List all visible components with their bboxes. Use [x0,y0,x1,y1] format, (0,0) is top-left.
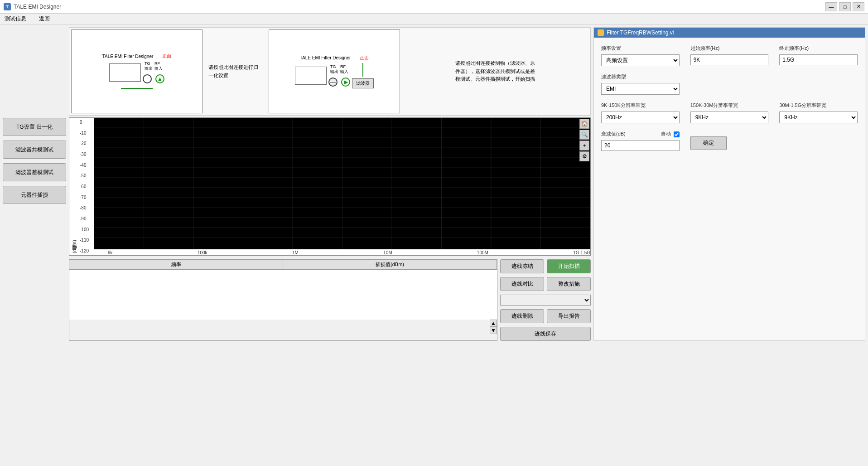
diagram1-title1: TALE EMI Filter Designer [102,54,154,59]
add-tool-btn[interactable]: + [579,141,589,150]
right-panel: Filter TGFreqRBWSetting.vi 频率设置 高频设置低频设置… [593,27,865,341]
diagram1-content: TG输出 RF输入 ▲ [109,61,164,83]
rbw2-select[interactable]: 1KHz9KHz120KHz [690,112,769,123]
tg-out-label2: TG输出 [330,64,338,75]
y-axis-label: 幅值(dBm) [69,118,80,255]
delete-btn[interactable]: 迹线删除 [500,309,544,323]
instruction-area: TALE EMI Filter Designer 正面 TG输出 RF输入 [69,27,591,116]
settings-row-3: 9K-150K分辨率带宽 200Hz1KHz9KHz 150K-30M分辨率带宽… [601,102,858,123]
trace-dropdown[interactable] [500,295,591,306]
empty-cell-2 [779,73,858,95]
end-freq-label: 终止频率(Hz) [779,45,858,52]
y-axis-ticks: 0 -10 -20 -30 -40 -50 -60 -70 -80 -90 -1… [80,118,94,255]
col-frequency: 频率 [69,260,283,269]
diagram2-content: TG输出 RF输入 — ▶ [295,63,374,88]
right-panel-icon [598,29,604,36]
window-controls: — □ ✕ [825,2,864,11]
zoom-tool-btn[interactable]: 🔍 [579,130,589,140]
filter-box: 滤波器 [352,78,374,88]
rbw1-select[interactable]: 200Hz1KHz9KHz [601,112,680,123]
diff-mode-button[interactable]: 滤波器差模测试 [3,163,66,181]
attenuation-group: 衰减值(dB) 自动 [601,131,680,151]
minimize-button[interactable]: — [825,2,837,11]
end-freq-group: 终止频率(Hz) [779,45,858,66]
circle-rf1: ▲ [155,74,164,83]
remediate-btn[interactable]: 整改措施 [547,277,591,291]
center-panel: TALE EMI Filter Designer 正面 TG输出 RF输入 [69,27,591,341]
app-icon: T [4,3,11,10]
chart-area: 幅值(dBm) 0 -10 -20 -30 -40 -50 -60 -70 -8… [69,117,591,256]
maximize-button[interactable]: □ [839,2,851,11]
settings-row-1: 频率设置 高频设置低频设置 起始频率(Hz) 终止频率(Hz) [601,45,858,66]
rbw1-label: 9K-150K分辨率带宽 [601,102,680,109]
diagram1-title2: 正面 [162,53,171,59]
rbw1-group: 9K-150K分辨率带宽 200Hz1KHz9KHz [601,102,680,123]
data-table-area: 频率 插损值(dBm) ▲ ▼ 迹线冻结 开始扫描 [69,259,591,341]
main-area: TG设置 归一化 滤波器共模测试 滤波器差模测试 元器件插损 TALE EMI … [0,24,868,344]
chart-toolbar: 🏠 🔍 + ⚙ [579,118,590,162]
confirm-group: 确定 [690,136,769,151]
start-scan-btn[interactable]: 开始扫描 [547,259,591,273]
diagram2-title2: 正面 [360,55,369,61]
start-freq-group: 起始频率(Hz) [690,45,769,66]
right-panel-content: 频率设置 高频设置低频设置 起始频率(Hz) 终止频率(Hz) 滤波器 [594,38,865,158]
data-table-body[interactable] [69,270,497,320]
rf-in-label2: RF输入 [340,64,348,75]
close-button[interactable]: ✕ [853,2,864,11]
rbw3-group: 30M-1.5G分辨率带宽 1KHz9KHz120KHz [779,102,858,123]
scroll-up-btn[interactable]: ▲ [490,320,497,327]
end-freq-input[interactable] [779,54,858,65]
auto-checkbox-row: 自动 [661,131,680,138]
settings-row-2: 滤波器类型 EMI差模共模 [601,73,858,95]
home-tool-btn[interactable]: 🏠 [579,119,589,129]
scroll-down-btn[interactable]: ▼ [490,327,497,334]
rf-in-label1: RF输入 [154,61,163,72]
filter-type-group: 滤波器类型 EMI差模共模 [601,73,680,95]
circle-rf2: ▶ [341,78,350,87]
freq-settings-group: 频率设置 高频设置低频设置 [601,45,680,66]
diagram-1: TALE EMI Filter Designer 正面 TG输出 RF输入 [71,29,203,113]
attenuation-input[interactable] [601,140,680,151]
rbw2-group: 150K-30M分辨率带宽 1KHz9KHz120KHz [690,102,769,123]
diagram2-title1: TALE EMI Filter Designer [300,55,351,60]
tg-setup-button[interactable]: TG设置 归一化 [3,118,66,136]
circle-tg2: — [328,78,338,87]
confirm-button[interactable]: 确定 [690,136,727,150]
common-mode-button[interactable]: 滤波器共模测试 [3,141,66,159]
diagram-2: TALE EMI Filter Designer 正面 TG输出 RF输入 — [269,29,400,113]
instruction-text-2: 请按照此图连接被测物（滤波器、原件器），选择滤波器共模测试或是差模测试、元器件插… [404,29,588,113]
title-bar: T TALE EMI Designer — □ ✕ [0,0,868,14]
compare-btn[interactable]: 迹线对比 [500,277,544,291]
freeze-btn[interactable]: 迹线冻结 [500,259,544,273]
diagram2-rect [295,67,327,85]
auto-label: 自动 [661,131,671,137]
instruction-text-content-1: 请按照此图连接进行归一化设置 [208,63,263,79]
chart-wrapper: 幅值(dBm) 0 -10 -20 -30 -40 -50 -60 -70 -8… [69,118,590,255]
component-loss-button[interactable]: 元器件插损 [3,186,66,204]
rbw2-label: 150K-30M分辨率带宽 [690,102,769,109]
filter-type-label: 滤波器类型 [601,73,680,80]
filter-type-select[interactable]: EMI差模共模 [601,83,680,95]
export-btn[interactable]: 导出报告 [547,309,591,323]
circle-tg1 [143,74,152,83]
instruction-text-content-2: 请按照此图连接被测物（滤波器、原件器），选择滤波器共模测试或是差模测试、元器件插… [455,59,537,83]
settings-tool-btn[interactable]: ⚙ [579,151,589,161]
freq-settings-select[interactable]: 高频设置低频设置 [601,54,680,66]
attenuation-label: 衰减值(dB) [601,131,626,137]
rbw3-label: 30M-1.5G分辨率带宽 [779,102,858,109]
trace-dropdown-row [500,295,591,306]
left-panel: TG设置 归一化 滤波器共模测试 滤波器差模测试 元器件插损 [3,27,66,341]
x-axis: 9k 100k 1M 10M 100M 1G 1.5G [94,249,590,255]
tg-out-label1: TG输出 [145,61,153,72]
menu-item-back[interactable]: 返回 [36,14,53,24]
rbw3-select[interactable]: 1KHz9KHz120KHz [779,112,858,123]
app-title: TALE EMI Designer [14,4,61,10]
menu-item-test-info[interactable]: 测试信息 [2,14,29,24]
start-freq-label: 起始频率(Hz) [690,45,769,52]
chart-inner: 🏠 🔍 + ⚙ 9k 100k 1M 10M 100M 1G 1.5G [94,118,590,255]
menu-bar: 测试信息 返回 [0,14,868,24]
start-freq-input[interactable] [690,54,769,65]
empty-cell-1 [690,73,769,95]
auto-checkbox[interactable] [674,131,680,137]
save-btn[interactable]: 迹线保存 [500,327,591,341]
